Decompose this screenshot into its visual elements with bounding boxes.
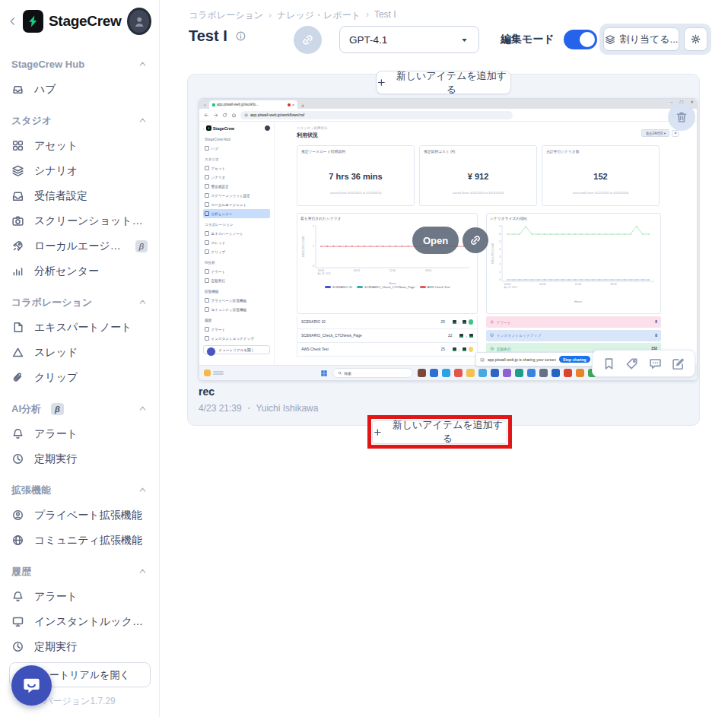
open-button[interactable]: Open: [412, 227, 459, 254]
bar-chart-icon: [11, 265, 24, 278]
sidebar-item[interactable]: スタジオ: [0, 108, 159, 133]
mini-sidebar-item: プライベート拡張機能: [203, 296, 270, 305]
sidebar-item[interactable]: コミュニティ拡張機能: [0, 528, 159, 553]
sidebar-item[interactable]: スクリーンショット設定: [0, 208, 159, 233]
browser-tab-strip: ⌄ app.pitwall-web.jp/workflo... × + –▢✕: [199, 99, 697, 109]
mini-sidebar-item: アラート: [203, 267, 270, 276]
delete-item-button[interactable]: [668, 103, 695, 131]
copy-link-button[interactable]: [463, 227, 488, 253]
mini-sidebar-item: スタジオ: [203, 154, 270, 163]
sidebar-item[interactable]: スレッド: [0, 340, 159, 365]
sidebar-item[interactable]: StageCrew Hub: [0, 52, 159, 77]
breadcrumb-item[interactable]: コラボレーション: [189, 9, 263, 22]
svg-text:06:00: 06:00: [539, 283, 545, 286]
settings-button[interactable]: [684, 27, 707, 51]
edit-mode-label: 編集モード: [501, 33, 555, 46]
sidebar-item[interactable]: クリップ: [0, 365, 159, 390]
taskbar-app-icon: [564, 369, 572, 377]
sidebar-item[interactable]: アセット: [0, 133, 159, 158]
edit-mode-toggle[interactable]: [564, 30, 597, 49]
bell-icon: [11, 590, 24, 603]
sidebar-item[interactable]: 分析センター: [0, 259, 159, 284]
mini-sidebar-item: クリップ: [203, 247, 270, 256]
monitor-icon: [490, 333, 494, 338]
svg-text:18:00: 18:00: [610, 283, 616, 286]
edit-mode-control: 編集モード: [501, 26, 597, 53]
mini-sidebar-item: コミュニティ拡張機能: [203, 305, 270, 314]
taskbar-app-icon: [454, 369, 463, 377]
scenario-row: AWS Check Test 25 ›: [297, 343, 478, 357]
sidebar-item[interactable]: アラート: [0, 421, 159, 446]
svg-text:Apr 23, 2025: Apr 23, 2025: [317, 272, 331, 275]
sidebar-item[interactable]: AI分析 β: [0, 396, 159, 421]
bookmark-button[interactable]: [602, 357, 616, 371]
sidebar-item[interactable]: 拡張機能: [0, 477, 159, 503]
comment-button[interactable]: [648, 357, 663, 371]
screenshot-chat-dot: [206, 347, 216, 357]
model-select[interactable]: GPT-4.1: [339, 26, 479, 53]
summary-row: アラート 8: [486, 316, 661, 328]
chart-size-trend: シナリオサイズの傾向 01234567EXECUTED COUNT00:00Ap…: [486, 213, 661, 314]
svg-text:1: 1: [499, 271, 501, 274]
add-item-button-bottom[interactable]: 新しいアイテムを追加する: [372, 420, 507, 444]
time-range-button: 過去24時間 ▾: [641, 129, 669, 137]
assets-icon: [11, 139, 24, 152]
plus-icon: [373, 427, 383, 437]
sidebar-item[interactable]: 受信者設定: [0, 183, 159, 208]
svg-text:06:00: 06:00: [354, 269, 360, 272]
assign-button[interactable]: 割り当てる...: [603, 27, 679, 51]
monitor-icon: [11, 615, 24, 628]
tag-button[interactable]: [625, 357, 639, 371]
sidebar-item[interactable]: 定期実行: [0, 446, 159, 471]
sidebar-item[interactable]: ハブ: [0, 77, 159, 102]
edit-button[interactable]: [671, 357, 685, 371]
sidebar-item[interactable]: 定期実行: [0, 634, 159, 659]
chevron-up-icon: [138, 404, 148, 414]
person-circle-icon: [11, 509, 24, 522]
svg-text:3: 3: [499, 255, 501, 259]
sidebar-item[interactable]: エキスパートノート: [0, 315, 159, 340]
mini-line-chart: 01234567EXECUTED COUNT00:00Apr 23, 20250…: [490, 221, 659, 303]
taskbar-app-icon: [503, 369, 511, 377]
sidebar-item[interactable]: 履歴: [0, 559, 159, 584]
info-icon[interactable]: [235, 30, 246, 42]
support-chat-button[interactable]: [11, 665, 52, 706]
cast-icon: [480, 357, 485, 362]
breadcrumb-item[interactable]: ナレッジ・レポート: [263, 9, 361, 22]
sidebar-item[interactable]: コラボレーション: [0, 290, 159, 315]
item-thumbnail[interactable]: ⌄ app.pitwall-web.jp/workflo... × + –▢✕: [199, 98, 698, 381]
taskbar-app-icon: [478, 369, 487, 377]
taskbar-app-icon: [491, 369, 499, 377]
stop-sharing-button: Stop sharing: [559, 356, 590, 363]
mini-sidebar-item: 受信者設定: [203, 182, 270, 191]
breadcrumb-item[interactable]: Test I: [361, 9, 396, 22]
sidebar-item[interactable]: インスタントルックアップ: [0, 609, 159, 634]
user-avatar[interactable]: [127, 8, 152, 35]
svg-text:12:00: 12:00: [389, 269, 396, 272]
sidebar-header: StageCrew: [0, 0, 159, 43]
mini-sidebar-item: エキスパートノート: [203, 229, 270, 238]
mini-sidebar-item: 履歴: [203, 316, 270, 325]
sidebar-item[interactable]: プライベート拡張機能: [0, 503, 159, 528]
page-title: Test I: [189, 27, 227, 45]
layers-icon: [11, 164, 24, 177]
share-link-button[interactable]: [294, 26, 322, 54]
sidebar-item[interactable]: シナリオ: [0, 158, 159, 183]
sidebar-item[interactable]: ローカルエージェント β: [0, 233, 159, 259]
bell-icon: [11, 427, 24, 440]
globe-icon: [11, 534, 24, 547]
mini-sidebar-item: スレッド: [203, 238, 270, 247]
taskbar-app-icon: [442, 369, 450, 377]
sidebar-item[interactable]: アラート: [0, 584, 159, 609]
new-tab-icon: +: [301, 103, 304, 109]
collapse-sidebar-button[interactable]: [8, 15, 17, 27]
camera-icon: [11, 214, 24, 227]
add-item-button-top[interactable]: 新しいアイテムを追加する: [376, 71, 511, 94]
scenario-row: SCENARIO_Check_CTCNews_Page 22 ›: [297, 329, 478, 343]
summary-row: インスタントルックアップ 8: [486, 330, 661, 341]
gear-icon: [690, 33, 701, 45]
item-caption: rec: [199, 385, 215, 398]
legend-entry: SCENARIO_Check_CTCNews_Page: [357, 285, 415, 289]
model-select-value: GPT-4.1: [349, 34, 387, 46]
info-icon: [244, 113, 248, 117]
